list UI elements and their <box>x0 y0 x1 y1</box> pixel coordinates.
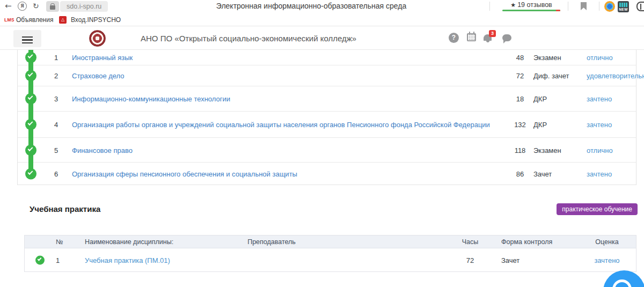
header-hours: Часы <box>454 238 486 246</box>
bookmark-announcements[interactable]: Объявления <box>16 16 53 24</box>
row-number: 1 <box>54 54 58 62</box>
hours-value: 72 <box>505 72 535 80</box>
browser-toolbar: ← Я ↻ sdo.i-spo.ru Электронная информаци… <box>0 0 644 13</box>
row-number: 2 <box>54 72 58 80</box>
control-form-value: Экзамен <box>533 146 561 154</box>
table-row: 1 Учебная практика (ПМ.01) 72 Зачет зачт… <box>25 248 636 271</box>
grade-link[interactable]: зачтено <box>587 121 612 129</box>
control-form-value: Экзамен <box>533 54 561 62</box>
header-number: № <box>56 238 63 246</box>
star-icon: ★ <box>510 2 516 9</box>
row-number: 6 <box>54 170 58 178</box>
hand-icon[interactable] <box>636 2 644 11</box>
page-title: Электронная информационно-образовательна… <box>134 2 488 10</box>
chat-widget-logo <box>612 279 632 287</box>
screen: ← Я ↻ sdo.i-spo.ru Электронная информаци… <box>0 0 644 287</box>
grade-link[interactable]: зачтено <box>587 95 612 103</box>
control-form-value: Диф. зачет <box>533 72 569 80</box>
reviews-button[interactable]: ★19 отзывов <box>502 1 560 11</box>
table-row: 3 Информационно-коммуникационные техноло… <box>18 86 636 112</box>
extension-new-icon[interactable]: NEW <box>618 1 629 12</box>
refresh-icon[interactable]: ↻ <box>33 1 39 11</box>
notifications-icon[interactable]: 3 <box>484 33 497 45</box>
messages-icon[interactable] <box>502 34 511 41</box>
completed-check-icon <box>25 168 36 180</box>
discipline-link[interactable]: Организация сферы пенсионного обеспечени… <box>72 170 501 179</box>
address-bar[interactable]: sdo.i-spo.ru <box>60 1 108 12</box>
discipline-link[interactable]: Финансовое право <box>72 145 501 154</box>
bookmark-inpsycho[interactable]: Вход.INPSYCHO <box>71 16 121 24</box>
header-teacher: Преподаватель <box>229 238 314 246</box>
grade-link[interactable]: удовлетворительно <box>587 72 644 80</box>
control-form-value: ДКР <box>533 95 547 103</box>
back-icon[interactable]: ← <box>5 1 12 11</box>
hours-value: 118 <box>505 146 535 154</box>
new-badge-label: NEW <box>618 8 629 11</box>
grade-link[interactable]: отлично <box>587 146 613 154</box>
college-name: АНО ПО «Открытый социально-экономический… <box>141 34 356 43</box>
grade-link[interactable]: отлично <box>587 54 613 62</box>
completed-check-icon <box>35 255 45 264</box>
skyline-icon <box>619 3 627 7</box>
table-row: 1 Иностранный язык 48 Экзамен отлично <box>18 50 636 65</box>
completed-check-icon <box>25 119 36 130</box>
ssl-lock-icon[interactable] <box>46 1 59 12</box>
header-control-form: Форма контроля <box>501 238 552 246</box>
bookmark-icon[interactable] <box>581 2 587 10</box>
hours-value: 86 <box>505 170 535 178</box>
header-discipline: Наименование дисциплины: <box>85 238 173 246</box>
header-grade: Оценка <box>586 238 628 246</box>
discipline-link[interactable]: Учебная практика (ПМ.01) <box>85 256 170 264</box>
completed-check-icon <box>25 70 36 82</box>
chat-widget-button[interactable] <box>603 270 644 287</box>
grade-link[interactable]: зачтено <box>586 256 628 264</box>
table-row: 5 Финансовое право 118 Экзамен отлично <box>18 138 636 163</box>
notification-badge: 3 <box>489 30 496 37</box>
menu-button[interactable] <box>13 30 41 47</box>
hours-value: 72 <box>454 256 486 264</box>
hours-value: 18 <box>505 95 535 103</box>
discipline-link[interactable]: Организация работы органов и учреждений … <box>72 120 501 129</box>
completed-check-icon <box>25 93 36 105</box>
grades-table: 1 Иностранный язык 48 Экзамен отлично 2 … <box>17 50 636 185</box>
discipline-link[interactable]: Информационно-коммуникационные технологи… <box>72 94 501 104</box>
toolbar-divider <box>599 2 599 11</box>
table-header-row: № Наименование дисциплины: Преподаватель… <box>25 236 636 248</box>
bookmarks-bar: LMS Объявления △ Вход.INPSYCHO <box>0 13 644 26</box>
toolbar-divider <box>489 2 490 11</box>
control-form-value: Зачет <box>501 256 519 264</box>
row-number: 4 <box>54 121 58 129</box>
app-header: АНО ПО «Открытый социально-экономический… <box>0 27 644 50</box>
hours-value: 132 <box>505 121 535 129</box>
control-form-value: ДКР <box>533 121 547 129</box>
table-row: 2 Страховое дело 72 Диф. зачет удовлетво… <box>18 65 636 86</box>
completed-check-icon <box>25 52 36 63</box>
extension-browser-icon[interactable] <box>604 1 615 12</box>
table-row: 6 Организация сферы пенсионного обеспече… <box>18 163 636 185</box>
inpsycho-favicon: △ <box>59 16 67 24</box>
grade-link[interactable]: зачтено <box>587 170 612 178</box>
practice-type-badge: практическое обучение <box>557 203 638 215</box>
discipline-link[interactable]: Страховое дело <box>72 71 501 80</box>
row-number: 1 <box>56 256 60 264</box>
reviews-label: 19 отзывов <box>517 1 552 9</box>
table-row: 4 Организация работы органов и учреждени… <box>18 112 636 138</box>
help-icon[interactable]: ? <box>449 33 459 43</box>
section-title: Учебная практика <box>30 204 100 214</box>
lms-favicon: LMS <box>4 17 14 23</box>
hours-value: 48 <box>505 54 535 62</box>
row-number: 5 <box>54 146 58 154</box>
lock-body <box>50 5 55 10</box>
college-logo <box>89 30 106 47</box>
completed-check-icon <box>25 144 36 156</box>
browser-logo-icon[interactable]: Я <box>18 2 27 11</box>
discipline-link[interactable]: Иностранный язык <box>72 53 501 62</box>
toolbar-divider <box>568 2 568 11</box>
row-number: 3 <box>54 95 58 103</box>
calendar-icon[interactable] <box>467 33 476 41</box>
progress-timeline <box>28 50 33 178</box>
control-form-value: Зачет <box>533 170 552 178</box>
reviews-rating-bar <box>502 10 560 11</box>
practice-table: № Наименование дисциплины: Преподаватель… <box>24 235 636 272</box>
